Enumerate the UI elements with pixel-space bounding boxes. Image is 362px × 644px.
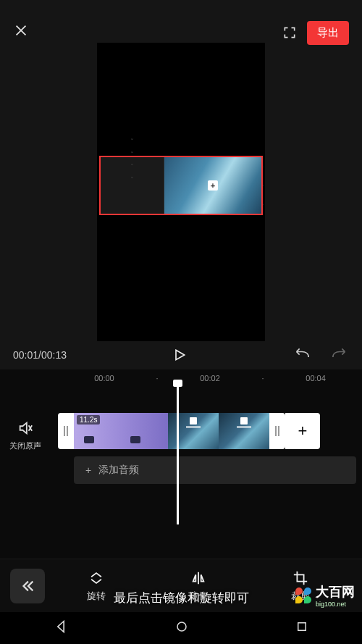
add-audio-label: 添加音频 xyxy=(98,464,139,477)
crop-label: 裁剪 xyxy=(291,590,310,603)
redo-button[interactable] xyxy=(330,346,349,364)
rotate-button[interactable]: 旋转 xyxy=(87,570,106,603)
home-icon[interactable] xyxy=(175,620,188,636)
video-track[interactable]: 11.2s + xyxy=(58,413,362,449)
rotate-icon xyxy=(88,570,105,586)
play-button[interactable] xyxy=(74,348,285,362)
fullscreen-icon[interactable] xyxy=(282,25,297,40)
close-icon[interactable] xyxy=(13,22,29,43)
mirror-label: 镜像 xyxy=(189,590,208,603)
plus-icon: + xyxy=(85,464,91,476)
timeline-clip[interactable]: 11.2s xyxy=(74,413,168,449)
crop-button[interactable]: 裁剪 xyxy=(291,570,310,603)
recents-icon[interactable] xyxy=(295,620,308,636)
ruler-mark: 00:00 xyxy=(58,374,151,382)
preview-area: ›››› + ··· xyxy=(0,65,362,340)
time-display: 00:01/00:13 xyxy=(13,349,67,361)
clip-handle-left[interactable] xyxy=(58,413,74,449)
mute-icon[interactable] xyxy=(17,420,33,438)
rotate-label: 旋转 xyxy=(87,590,106,603)
plus-icon: + xyxy=(208,180,218,191)
svg-point-0 xyxy=(177,622,186,631)
preview-canvas[interactable]: ›››› + ··· xyxy=(97,43,265,341)
collapse-toolbar-button[interactable] xyxy=(10,569,45,603)
clip-duration-label: 11.2s xyxy=(77,415,100,425)
mute-label: 关闭原声 xyxy=(9,440,41,451)
timeline-clip[interactable] xyxy=(219,413,269,449)
selected-clip-preview[interactable]: ›››› + ··· xyxy=(99,156,263,215)
ruler-mark: 00:04 xyxy=(269,374,362,382)
mirror-icon xyxy=(190,570,207,586)
clip-handle-right[interactable] xyxy=(269,413,285,449)
add-audio-button[interactable]: + 添加音频 xyxy=(74,456,356,484)
add-clip-button[interactable]: + xyxy=(285,413,320,449)
crop-icon xyxy=(292,570,308,586)
svg-rect-1 xyxy=(298,623,306,631)
android-navbar xyxy=(0,612,362,644)
back-icon[interactable] xyxy=(54,619,68,637)
undo-button[interactable] xyxy=(292,346,311,364)
export-button[interactable]: 导出 xyxy=(307,21,349,45)
playhead[interactable] xyxy=(177,382,179,524)
mirror-button[interactable]: 镜像 xyxy=(189,570,208,603)
timeline-clip[interactable] xyxy=(168,413,219,449)
